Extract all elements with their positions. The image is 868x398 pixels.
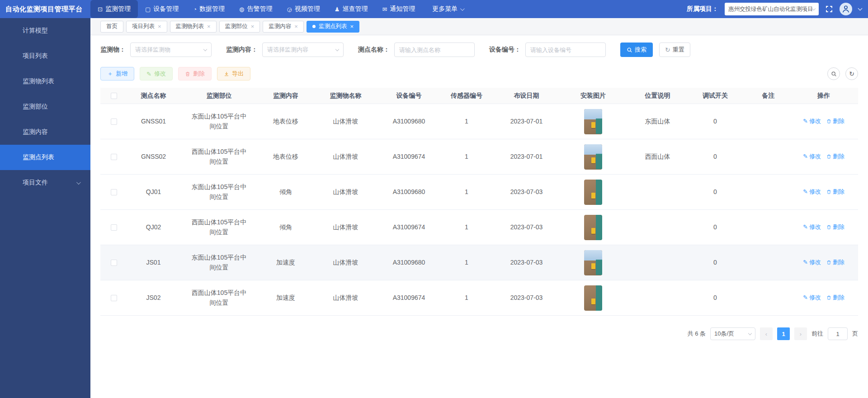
install-date-cell: 2023-07-03 xyxy=(494,223,559,232)
current-page[interactable]: 1 xyxy=(777,327,790,340)
row-checkbox[interactable] xyxy=(111,295,117,301)
chevron-down-icon xyxy=(812,6,816,10)
row-edit-link[interactable]: ✎ 修改 xyxy=(803,223,821,232)
install-photo[interactable] xyxy=(584,109,602,134)
sidebar-item-label: 监测部位 xyxy=(23,103,48,111)
row-delete-link[interactable]: 删除 xyxy=(826,187,844,196)
install-date-cell: 2023-07-01 xyxy=(494,152,559,162)
sidebar-item[interactable]: 项目文件 xyxy=(0,170,90,195)
tab-label: 监测内容 xyxy=(269,23,291,30)
avatar[interactable] xyxy=(840,3,852,15)
close-icon[interactable]: × xyxy=(294,24,298,29)
fullscreen-icon[interactable] xyxy=(825,5,833,13)
view-tab[interactable]: 首页 × xyxy=(100,21,123,33)
row-delete-link[interactable]: 删除 xyxy=(826,293,844,302)
sidebar-item[interactable]: 监测部位 xyxy=(0,94,90,119)
add-button[interactable]: ＋ 新增 xyxy=(100,67,134,81)
table-search-toggle[interactable] xyxy=(827,67,840,80)
photo-net-region xyxy=(596,215,602,240)
view-tab[interactable]: 监测点列表 × xyxy=(307,21,359,33)
search-icon xyxy=(831,71,837,77)
chevron-down-icon[interactable] xyxy=(858,6,863,10)
sensor-no-cell: 1 xyxy=(439,293,494,303)
topbar-menu-item[interactable]: ◔ 数据管理 xyxy=(186,0,232,18)
close-icon[interactable]: × xyxy=(251,24,255,29)
pencil-icon: ✎ xyxy=(803,293,808,302)
debug-switch-cell: 0 xyxy=(688,258,742,268)
close-icon[interactable]: × xyxy=(350,24,354,29)
prev-page-button[interactable]: ‹ xyxy=(760,327,773,340)
topbar-menu-item[interactable]: 更多菜单 xyxy=(422,0,471,18)
row-delete-link[interactable]: 删除 xyxy=(826,117,844,126)
view-tab[interactable]: 项目列表 × xyxy=(126,21,167,33)
edit-button[interactable]: ✎ 修改 xyxy=(140,67,173,81)
row-checkbox[interactable] xyxy=(111,260,117,266)
row-checkbox[interactable] xyxy=(111,189,117,195)
reset-button[interactable]: ↻ 重置 xyxy=(659,43,690,57)
row-edit-link[interactable]: ✎ 修改 xyxy=(803,117,821,126)
goto-page-input[interactable] xyxy=(828,327,848,340)
video-icon: ◶ xyxy=(287,6,292,13)
install-photo[interactable] xyxy=(584,215,602,240)
row-delete-link[interactable]: 删除 xyxy=(826,152,844,161)
col-header: 位置说明 xyxy=(627,91,688,101)
menu-item-label: 视频管理 xyxy=(295,5,320,13)
sidebar-item[interactable]: 项目列表 xyxy=(0,43,90,69)
monitor-object-select[interactable]: 请选择监测物 xyxy=(130,43,212,57)
row-edit-link[interactable]: ✎ 修改 xyxy=(803,258,821,267)
monitor-object-placeholder: 请选择监测物 xyxy=(135,46,170,54)
row-edit-link[interactable]: ✎ 修改 xyxy=(803,293,821,302)
topbar-menu-item[interactable]: ◶ 视频管理 xyxy=(279,0,327,18)
col-header: 监测内容 xyxy=(259,91,313,101)
topbar-menu-item[interactable]: ♟ 巡查管理 xyxy=(327,0,375,18)
topbar-menu-item[interactable]: ▢ 设备管理 xyxy=(138,0,186,18)
sidebar-item[interactable]: 监测内容 xyxy=(0,119,90,145)
row-checkbox[interactable] xyxy=(111,118,117,125)
sidebar-item-label: 项目文件 xyxy=(23,179,48,187)
install-date-cell: 2023-07-03 xyxy=(494,293,559,303)
sidebar-item-label: 项目列表 xyxy=(23,52,48,60)
close-icon[interactable]: × xyxy=(158,24,161,29)
install-photo[interactable] xyxy=(584,250,602,275)
project-select[interactable]: 惠州交投绿色矿山自动化监测项目 xyxy=(725,3,819,15)
install-photo[interactable] xyxy=(584,144,602,170)
row-edit-link[interactable]: ✎ 修改 xyxy=(803,152,821,161)
goto-label: 前往 xyxy=(811,330,823,338)
view-tab[interactable]: 监测部位 × xyxy=(219,21,260,33)
debug-switch-cell: 0 xyxy=(688,187,742,197)
sidebar-item[interactable]: 计算模型 xyxy=(0,18,90,43)
table-refresh-button[interactable]: ↻ xyxy=(845,67,858,80)
topbar-right: 所属项目： 惠州交投绿色矿山自动化监测项目 xyxy=(687,3,868,15)
device-no-input[interactable] xyxy=(525,43,606,57)
sidebar-item[interactable]: 监测物列表 xyxy=(0,69,90,94)
page-size-select[interactable]: 10条/页 xyxy=(710,327,755,340)
delete-button[interactable]: 删除 xyxy=(178,67,212,81)
view-tab[interactable]: 监测内容 × xyxy=(263,21,304,33)
trash-icon xyxy=(826,154,831,159)
point-name-input[interactable] xyxy=(394,43,475,57)
toolbar: ＋ 新增 ✎ 修改 删除 xyxy=(100,67,858,81)
monitor-content-select[interactable]: 请选择监测内容 xyxy=(262,43,344,57)
install-photo[interactable] xyxy=(584,285,602,311)
export-button[interactable]: 导出 xyxy=(217,67,250,81)
topbar-menu-item[interactable]: ⊡ 监测管理 xyxy=(90,0,138,18)
row-delete-link[interactable]: 删除 xyxy=(826,223,844,232)
row-delete-link[interactable]: 删除 xyxy=(826,258,844,267)
topbar: 自动化监测项目管理平台 ⊡ 监测管理 ▢ 设备管理 ◔ 数据管理 xyxy=(0,0,868,18)
install-photo[interactable] xyxy=(584,180,602,205)
row-checkbox[interactable] xyxy=(111,154,117,160)
photo-device-region xyxy=(591,228,595,234)
close-icon[interactable]: × xyxy=(207,24,211,29)
col-header: 设备编号 xyxy=(378,91,439,101)
monitor-part-cell: 东面山体105平台中间位置 xyxy=(191,182,248,202)
next-page-button[interactable]: › xyxy=(794,327,807,340)
topbar-menu-item[interactable]: ◍ 告警管理 xyxy=(232,0,279,18)
search-button[interactable]: 搜索 xyxy=(620,43,653,57)
sidebar-item[interactable]: 监测点列表 xyxy=(0,145,90,170)
topbar-menu-item[interactable]: ✉ 通知管理 xyxy=(375,0,422,18)
select-all-checkbox[interactable] xyxy=(111,93,117,99)
row-edit-link[interactable]: ✎ 修改 xyxy=(803,187,821,196)
monitor-object-cell: 山体滑坡 xyxy=(313,223,378,232)
row-checkbox[interactable] xyxy=(111,224,117,231)
view-tab[interactable]: 监测物列表 × xyxy=(170,21,217,33)
